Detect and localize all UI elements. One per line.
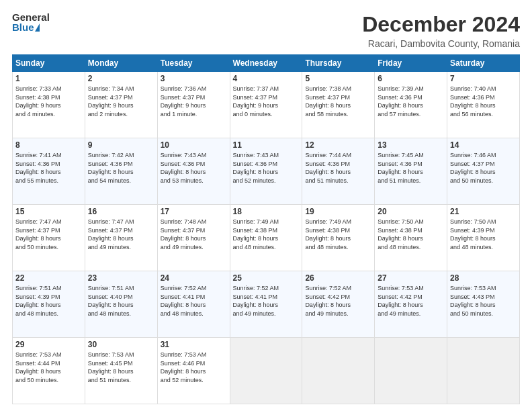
table-row: 6Sunrise: 7:39 AMSunset: 4:36 PMDaylight…: [375, 72, 447, 138]
table-row: 19Sunrise: 7:49 AMSunset: 4:38 PMDayligh…: [302, 205, 375, 271]
day-number: 11: [233, 140, 300, 150]
day-number: 5: [305, 74, 371, 83]
logo: General Blue: [12, 12, 47, 42]
day-info: Sunrise: 7:53 AMSunset: 4:44 PMDaylight:…: [15, 351, 82, 384]
day-info: Sunrise: 7:40 AMSunset: 4:36 PMDaylight:…: [450, 85, 517, 118]
day-info: Sunrise: 7:51 AMSunset: 4:40 PMDaylight:…: [88, 284, 154, 318]
day-info: Sunrise: 7:53 AMSunset: 4:43 PMDaylight:…: [450, 284, 517, 318]
day-info: Sunrise: 7:52 AMSunset: 4:41 PMDaylight:…: [233, 284, 300, 318]
day-number: 13: [378, 140, 444, 150]
logo-line2: Blue: [12, 22, 47, 32]
day-number: 15: [15, 207, 82, 216]
day-number: 30: [88, 340, 154, 349]
day-number: 21: [450, 207, 517, 216]
table-row: 20Sunrise: 7:50 AMSunset: 4:38 PMDayligh…: [375, 205, 447, 271]
table-row: 5Sunrise: 7:38 AMSunset: 4:37 PMDaylight…: [302, 72, 375, 138]
day-number: 20: [378, 207, 444, 216]
day-info: Sunrise: 7:46 AMSunset: 4:37 PMDaylight:…: [450, 151, 517, 185]
header-saturday: Saturday: [447, 55, 520, 72]
day-number: 23: [88, 273, 154, 283]
header-sunday: Sunday: [13, 55, 85, 72]
day-number: 10: [161, 140, 227, 150]
calendar-header-row: Sunday Monday Tuesday Wednesday Thursday…: [13, 55, 520, 72]
day-info: Sunrise: 7:37 AMSunset: 4:37 PMDaylight:…: [233, 85, 300, 118]
day-number: 3: [161, 74, 227, 83]
day-number: 16: [88, 207, 154, 216]
day-info: Sunrise: 7:48 AMSunset: 4:37 PMDaylight:…: [161, 218, 227, 251]
table-row: 4Sunrise: 7:37 AMSunset: 4:37 PMDaylight…: [230, 72, 302, 138]
day-number: 28: [450, 273, 517, 283]
table-row: 13Sunrise: 7:45 AMSunset: 4:36 PMDayligh…: [375, 138, 447, 205]
day-info: Sunrise: 7:47 AMSunset: 4:37 PMDaylight:…: [88, 218, 154, 251]
logo-line1: General: [12, 12, 47, 22]
subtitle: Racari, Dambovita County, Romania: [362, 38, 520, 49]
main-title: December 2024: [362, 12, 520, 37]
table-row: 8Sunrise: 7:41 AMSunset: 4:36 PMDaylight…: [13, 138, 85, 205]
day-number: 9: [88, 140, 154, 150]
day-info: Sunrise: 7:53 AMSunset: 4:45 PMDaylight:…: [88, 351, 154, 384]
calendar-week-row: 1Sunrise: 7:33 AMSunset: 4:38 PMDaylight…: [13, 72, 520, 138]
table-row: 15Sunrise: 7:47 AMSunset: 4:37 PMDayligh…: [13, 205, 85, 271]
table-row: 16Sunrise: 7:47 AMSunset: 4:37 PMDayligh…: [85, 205, 157, 271]
page: General Blue December 2024 Racari, Dambo…: [0, 0, 532, 411]
day-info: Sunrise: 7:47 AMSunset: 4:37 PMDaylight:…: [15, 218, 82, 251]
day-info: Sunrise: 7:44 AMSunset: 4:36 PMDaylight:…: [305, 151, 371, 185]
table-row: [375, 338, 447, 404]
table-row: 26Sunrise: 7:52 AMSunset: 4:42 PMDayligh…: [302, 271, 375, 338]
day-info: Sunrise: 7:52 AMSunset: 4:42 PMDaylight:…: [305, 284, 371, 318]
table-row: 3Sunrise: 7:36 AMSunset: 4:37 PMDaylight…: [157, 72, 230, 138]
day-info: Sunrise: 7:43 AMSunset: 4:36 PMDaylight:…: [233, 151, 300, 185]
calendar-week-row: 15Sunrise: 7:47 AMSunset: 4:37 PMDayligh…: [13, 205, 520, 271]
calendar-week-row: 8Sunrise: 7:41 AMSunset: 4:36 PMDaylight…: [13, 138, 520, 205]
table-row: 28Sunrise: 7:53 AMSunset: 4:43 PMDayligh…: [447, 271, 520, 338]
table-row: [302, 338, 375, 404]
day-info: Sunrise: 7:53 AMSunset: 4:42 PMDaylight:…: [378, 284, 444, 318]
header-friday: Friday: [375, 55, 447, 72]
header-monday: Monday: [85, 55, 157, 72]
table-row: 25Sunrise: 7:52 AMSunset: 4:41 PMDayligh…: [230, 271, 302, 338]
day-number: 12: [305, 140, 371, 150]
day-info: Sunrise: 7:38 AMSunset: 4:37 PMDaylight:…: [305, 85, 371, 118]
day-number: 14: [450, 140, 517, 150]
day-number: 29: [15, 340, 82, 349]
table-row: 2Sunrise: 7:34 AMSunset: 4:37 PMDaylight…: [85, 72, 157, 138]
day-info: Sunrise: 7:50 AMSunset: 4:39 PMDaylight:…: [450, 218, 517, 251]
table-row: 10Sunrise: 7:43 AMSunset: 4:36 PMDayligh…: [157, 138, 230, 205]
table-row: 18Sunrise: 7:49 AMSunset: 4:38 PMDayligh…: [230, 205, 302, 271]
day-number: 25: [233, 273, 300, 283]
day-number: 1: [15, 74, 82, 83]
table-row: 12Sunrise: 7:44 AMSunset: 4:36 PMDayligh…: [302, 138, 375, 205]
day-info: Sunrise: 7:33 AMSunset: 4:38 PMDaylight:…: [15, 85, 82, 118]
day-number: 31: [161, 340, 227, 349]
day-number: 6: [378, 74, 444, 83]
table-row: 14Sunrise: 7:46 AMSunset: 4:37 PMDayligh…: [447, 138, 520, 205]
table-row: 30Sunrise: 7:53 AMSunset: 4:45 PMDayligh…: [85, 338, 157, 404]
header-tuesday: Tuesday: [157, 55, 230, 72]
table-row: 24Sunrise: 7:52 AMSunset: 4:41 PMDayligh…: [157, 271, 230, 338]
table-row: 17Sunrise: 7:48 AMSunset: 4:37 PMDayligh…: [157, 205, 230, 271]
header-thursday: Thursday: [302, 55, 375, 72]
table-row: 22Sunrise: 7:51 AMSunset: 4:39 PMDayligh…: [13, 271, 85, 338]
day-info: Sunrise: 7:42 AMSunset: 4:36 PMDaylight:…: [88, 151, 154, 185]
table-row: 29Sunrise: 7:53 AMSunset: 4:44 PMDayligh…: [13, 338, 85, 404]
day-number: 18: [233, 207, 300, 216]
day-info: Sunrise: 7:34 AMSunset: 4:37 PMDaylight:…: [88, 85, 154, 118]
day-number: 2: [88, 74, 154, 83]
day-number: 24: [161, 273, 227, 283]
header: General Blue December 2024 Racari, Dambo…: [12, 12, 520, 49]
day-info: Sunrise: 7:45 AMSunset: 4:36 PMDaylight:…: [378, 151, 444, 185]
table-row: [447, 338, 520, 404]
day-info: Sunrise: 7:49 AMSunset: 4:38 PMDaylight:…: [233, 218, 300, 251]
day-info: Sunrise: 7:52 AMSunset: 4:41 PMDaylight:…: [161, 284, 227, 318]
calendar-table: Sunday Monday Tuesday Wednesday Thursday…: [12, 54, 520, 404]
day-info: Sunrise: 7:51 AMSunset: 4:39 PMDaylight:…: [15, 284, 82, 318]
day-info: Sunrise: 7:39 AMSunset: 4:36 PMDaylight:…: [378, 85, 444, 118]
table-row: 9Sunrise: 7:42 AMSunset: 4:36 PMDaylight…: [85, 138, 157, 205]
day-info: Sunrise: 7:50 AMSunset: 4:38 PMDaylight:…: [378, 218, 444, 251]
day-number: 8: [15, 140, 82, 150]
table-row: 11Sunrise: 7:43 AMSunset: 4:36 PMDayligh…: [230, 138, 302, 205]
calendar-week-row: 29Sunrise: 7:53 AMSunset: 4:44 PMDayligh…: [13, 338, 520, 404]
day-info: Sunrise: 7:36 AMSunset: 4:37 PMDaylight:…: [161, 85, 227, 118]
table-row: 23Sunrise: 7:51 AMSunset: 4:40 PMDayligh…: [85, 271, 157, 338]
header-wednesday: Wednesday: [230, 55, 302, 72]
